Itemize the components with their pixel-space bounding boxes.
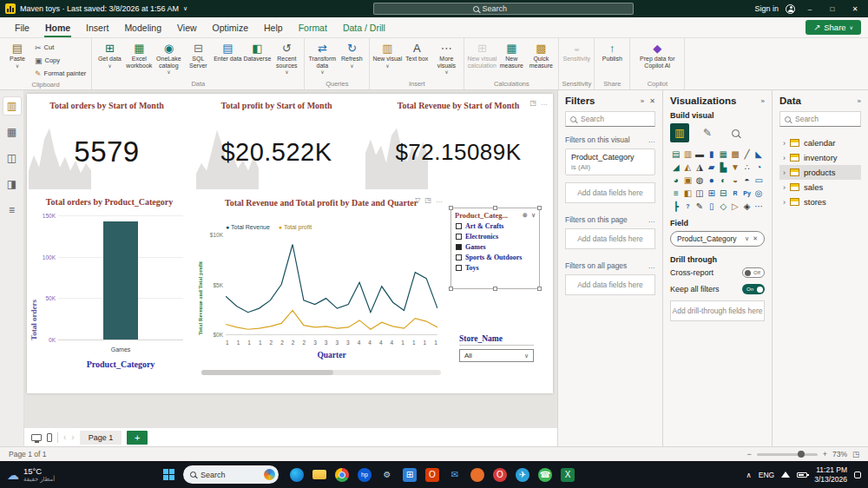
visual-type-100-stacked-bar-chart[interactable]: ▦: [718, 148, 730, 160]
format-painter-button[interactable]: ✎Format painter: [32, 68, 89, 80]
refresh-button[interactable]: ↻Refresh: [337, 40, 366, 79]
add-page-button[interactable]: +: [127, 431, 148, 445]
zoom-out-button[interactable]: −: [746, 450, 751, 458]
model-view-button[interactable]: ◫: [3, 149, 21, 167]
zoom-in-button[interactable]: +: [823, 450, 827, 458]
build-visual-tab[interactable]: ▥: [670, 123, 689, 142]
filters-search[interactable]: [565, 111, 655, 127]
visual-type-funnel-chart[interactable]: ▼: [729, 161, 741, 173]
visual-type-filled-map[interactable]: ●: [706, 174, 718, 186]
get-data-button[interactable]: ⊞Get data: [95, 40, 124, 79]
add-fields-dropzone[interactable]: Add data fields here: [565, 182, 655, 203]
new-visual-button[interactable]: ▥New visual: [372, 40, 402, 79]
card-total-revenue[interactable]: Total Revenue by Start of Month $72.1508…: [365, 97, 551, 189]
add-fields-dropzone[interactable]: Add data fields here: [565, 228, 655, 249]
battery-icon[interactable]: [797, 472, 807, 478]
opera-taskbar-button[interactable]: O: [490, 465, 510, 485]
language-indicator[interactable]: ENG: [759, 471, 774, 479]
checkbox[interactable]: [456, 223, 462, 229]
filter-icon[interactable]: [415, 196, 420, 204]
focus-mode-icon[interactable]: [424, 196, 431, 204]
store-dropdown[interactable]: All: [459, 349, 534, 362]
visual-type-stacked-area-chart[interactable]: ◢: [670, 161, 682, 173]
more-options-icon[interactable]: [648, 215, 656, 224]
next-page-arrow[interactable]: ›: [71, 432, 74, 442]
field-pill-product-category[interactable]: Product_Category: [670, 231, 765, 247]
cut-button[interactable]: ✂Cut: [32, 42, 89, 54]
visual-type-waterfall-chart[interactable]: ▙: [718, 161, 730, 173]
visual-type-matrix[interactable]: ⊟: [718, 187, 730, 199]
chevron-down-icon[interactable]: [531, 212, 536, 219]
weather-widget[interactable]: ☁ 15°C أمطار خفيفة: [7, 466, 155, 483]
zoom-slider[interactable]: [757, 453, 818, 456]
visual-type-line-and-clustered-column-chart[interactable]: ◮: [694, 161, 706, 173]
chart-scrollbar[interactable]: [201, 370, 441, 375]
visual-type-table[interactable]: ⊞: [706, 187, 718, 199]
expand-chevron-icon[interactable]: [783, 139, 786, 148]
checkbox[interactable]: [456, 254, 462, 260]
visual-type-gauge[interactable]: ◓: [741, 174, 753, 186]
onelake-catalog-button[interactable]: ◉OneLake catalog: [154, 40, 183, 79]
visual-type-map[interactable]: ◍: [694, 174, 706, 186]
checkbox[interactable]: [456, 234, 462, 240]
selection-handle[interactable]: [449, 287, 453, 291]
global-search[interactable]: [373, 3, 634, 15]
transform-data-button[interactable]: ⇄Transform data: [307, 40, 337, 79]
selection-handle[interactable]: [449, 206, 453, 210]
bar-chart-visual[interactable]: Total orders by Product_Category Total o…: [29, 195, 190, 380]
chevron-down-icon[interactable]: [183, 5, 187, 12]
legend-item-revenue[interactable]: ● Total Revenue: [226, 224, 270, 230]
collapse-pane-icon[interactable]: [761, 97, 765, 105]
visual-type-treemap[interactable]: ▣: [682, 174, 694, 186]
office-taskbar-button[interactable]: O: [423, 465, 442, 485]
slicer-item-games[interactable]: Games: [451, 241, 539, 252]
report-page[interactable]: Total orders by Start of Month 5579 Tota…: [27, 94, 553, 393]
more-options-icon[interactable]: [436, 196, 443, 204]
firefox-taskbar-button[interactable]: [468, 465, 487, 485]
quick-measure-button[interactable]: ▩Quick measure: [526, 40, 556, 79]
legend-item-profit[interactable]: ● Total profit: [279, 224, 312, 230]
visual-type-r-script-visual[interactable]: R: [729, 187, 741, 199]
slicer-item-toys[interactable]: Toys: [451, 262, 539, 273]
visual-type-decomposition-tree[interactable]: ┣: [670, 200, 682, 212]
checkbox[interactable]: [456, 244, 462, 250]
dax-query-view-button[interactable]: ◨: [3, 175, 21, 193]
line-chart-visual[interactable]: Total Revenue and Total profit by Date a…: [196, 195, 446, 380]
text-box-button[interactable]: AText box: [402, 40, 431, 79]
expand-chevron-icon[interactable]: [783, 183, 786, 192]
visual-type-python-visual[interactable]: Py: [741, 187, 753, 199]
more-options-icon[interactable]: [648, 135, 656, 144]
collapse-pane-icon[interactable]: [641, 97, 644, 105]
minimize-button[interactable]: [802, 5, 818, 13]
hp-taskbar-button[interactable]: hp: [355, 465, 374, 485]
store-slicer[interactable]: Store_Name All: [459, 334, 534, 371]
visual-type-donut-chart[interactable]: ◕: [670, 174, 682, 186]
previous-page-arrow[interactable]: ‹: [63, 432, 66, 442]
table-row-sales[interactable]: sales: [779, 180, 861, 195]
whatsapp-taskbar-button[interactable]: ☎: [536, 465, 555, 485]
copy-button[interactable]: ▣Copy: [32, 55, 89, 67]
more-visuals-button[interactable]: ⋯More visuals: [431, 40, 461, 79]
visual-type-clustered-bar-chart[interactable]: ▬: [694, 148, 706, 160]
notification-center-icon[interactable]: [854, 472, 861, 478]
menu-item-data-drill[interactable]: Data / Drill: [335, 17, 393, 37]
visual-type-100-stacked-column-chart[interactable]: ▩: [729, 148, 741, 160]
visual-type-stacked-column-chart[interactable]: ▥: [682, 148, 694, 160]
collapse-pane-icon[interactable]: [858, 97, 861, 105]
edge-taskbar-button[interactable]: [287, 465, 306, 485]
bar-games[interactable]: [103, 221, 138, 340]
category-slicer[interactable]: Product_Categ... Art & CraftsElectronics…: [450, 208, 540, 289]
visual-type-multi-row-card[interactable]: ≡: [670, 187, 682, 199]
filters-search-input[interactable]: [581, 115, 650, 123]
clock[interactable]: 11:21 PM 3/13/2026: [814, 465, 847, 484]
zoom-slider-thumb[interactable]: [798, 451, 805, 458]
card-total-orders[interactable]: Total orders by Start of Month 5579: [29, 97, 185, 189]
desktop-view-icon[interactable]: [31, 434, 42, 441]
fit-to-page-icon[interactable]: [852, 450, 859, 458]
visual-type-key-influencers[interactable]: ◎: [753, 187, 765, 199]
visual-type-area-chart[interactable]: ◣: [753, 148, 765, 160]
dataverse-button[interactable]: ◧Dataverse: [242, 40, 272, 79]
table-row-inventory[interactable]: inventory: [779, 150, 861, 165]
slicer-item-electronics[interactable]: Electronics: [451, 231, 539, 241]
selection-handle[interactable]: [537, 206, 542, 210]
